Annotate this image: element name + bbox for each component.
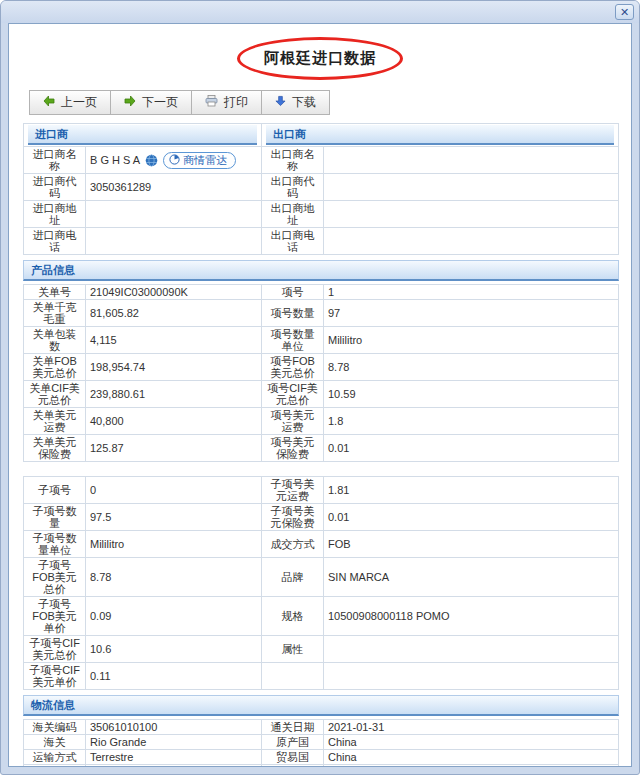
field-value: 198,954.74: [86, 354, 262, 381]
page-title: 阿根廷进口数据: [264, 49, 376, 66]
field-value: 0.01: [324, 435, 619, 462]
field-value: China: [324, 750, 619, 765]
product-table-subitem: 子项号 0 子项号美元运费 1.81 子项号数量 97.5 子项号美元保险费 0…: [23, 476, 619, 690]
field-value: 0.09: [86, 597, 262, 636]
field-value: 21049IC03000090K: [86, 285, 262, 300]
table-row: 进口商电话 出口商电话: [24, 228, 619, 255]
globe-icon[interactable]: [145, 154, 158, 167]
download-button[interactable]: 下载: [261, 90, 330, 115]
field-value: 2021-01-31: [324, 720, 619, 735]
field-value: Mililitro: [324, 327, 619, 354]
field-label: 出口商名称: [262, 147, 324, 174]
table-row: 关单美元保险费 125.87 项号美元保险费 0.01: [24, 435, 619, 462]
field-label: 关单千克毛重: [24, 300, 86, 327]
field-label: 关单美元保险费: [24, 435, 86, 462]
dialog-content: 阿根廷进口数据 上一页 下一页 打印 下载: [8, 23, 632, 767]
field-label: 项号CIF美元总价: [262, 381, 324, 408]
field-label: 项号美元运费: [262, 408, 324, 435]
table-row: 子项号CIF美元总价 10.6 属性: [24, 636, 619, 663]
field-label: [262, 663, 324, 690]
importer-section-header: 进口商: [28, 125, 257, 145]
close-icon: ✕: [620, 6, 629, 18]
field-value: 97.5: [86, 504, 262, 531]
field-value: Rio Grande: [86, 735, 262, 750]
field-value: 3050361289: [86, 174, 262, 201]
field-value: 239,880.61: [86, 381, 262, 408]
radar-button-label: 商情雷达: [183, 154, 227, 166]
field-value: FOB: [324, 531, 619, 558]
field-label: 出口商电话: [262, 228, 324, 255]
field-label: 关单FOB美元总价: [24, 354, 86, 381]
toolbar: 上一页 下一页 打印 下载: [29, 90, 617, 115]
field-value: 0.01: [324, 504, 619, 531]
dialog-window: ✕ 阿根廷进口数据 上一页 下一页 打印 下载: [0, 0, 640, 775]
logistics-section-header: 物流信息: [23, 695, 619, 716]
prev-page-button[interactable]: 上一页: [29, 90, 111, 115]
table-row: 海关 Rio Grande 原产国 China: [24, 735, 619, 750]
field-label: 启运港: [262, 765, 324, 768]
field-label: 项号美元保险费: [262, 435, 324, 462]
field-value: 97: [324, 300, 619, 327]
field-label: 子项号FOB美元单价: [24, 597, 86, 636]
field-label: 关单包装数: [24, 327, 86, 354]
field-value: 1.81: [324, 477, 619, 504]
field-label: 通关日期: [262, 720, 324, 735]
field-value: 10500908000118 POMO: [324, 597, 619, 636]
field-label: 属性: [262, 636, 324, 663]
field-value: Mililitro: [86, 531, 262, 558]
field-value: [324, 174, 619, 201]
field-label: 出口商地址: [262, 201, 324, 228]
arrow-down-icon: [275, 95, 286, 110]
field-label: 海关: [24, 735, 86, 750]
field-value: -: [324, 765, 619, 768]
field-value: 4,115: [86, 327, 262, 354]
field-label: 子项号CIF美元总价: [24, 636, 86, 663]
logistics-table: 海关编码 35061010100 通关日期 2021-01-31 海关 Rio …: [23, 719, 619, 767]
print-button[interactable]: 打印: [191, 90, 262, 115]
field-value: 1: [324, 285, 619, 300]
table-row: 关单千克毛重 81,605.82 项号数量 97: [24, 300, 619, 327]
field-label: 品牌: [262, 558, 324, 597]
printer-icon: [205, 95, 218, 110]
field-label: 关单美元运费: [24, 408, 86, 435]
field-value: Terrestre: [86, 750, 262, 765]
field-value: China: [324, 735, 619, 750]
arrow-left-icon: [43, 95, 55, 110]
field-label: 规格: [262, 597, 324, 636]
table-row: 进口商地址 出口商地址: [24, 201, 619, 228]
table-row: 子项号FOB美元总价 8.78 品牌 SIN MARCA: [24, 558, 619, 597]
field-label: 项号数量: [262, 300, 324, 327]
business-radar-button[interactable]: 商情雷达: [163, 152, 236, 169]
field-label: 项号: [262, 285, 324, 300]
field-value: Importacion a consumo: [86, 765, 262, 768]
field-label: 贸易方式: [24, 765, 86, 768]
next-page-label: 下一页: [142, 94, 178, 111]
table-row: 子项号数量 97.5 子项号美元保险费 0.01: [24, 504, 619, 531]
field-label: 进口商代码: [24, 174, 86, 201]
importer-name-value: B G H S A: [90, 154, 140, 166]
field-value: 8.78: [324, 354, 619, 381]
prev-page-label: 上一页: [61, 94, 97, 111]
product-section-header: 产品信息: [23, 260, 619, 281]
next-page-button[interactable]: 下一页: [110, 90, 192, 115]
field-label: 子项号美元运费: [262, 477, 324, 504]
field-label: 出口商代码: [262, 174, 324, 201]
field-value: 0.11: [86, 663, 262, 690]
field-label: 子项号FOB美元总价: [24, 558, 86, 597]
product-table-main: 关单号 21049IC03000090K 项号 1 关单千克毛重 81,605.…: [23, 284, 619, 462]
download-label: 下载: [292, 94, 316, 111]
arrow-right-icon: [124, 95, 136, 110]
field-value: 1.8: [324, 408, 619, 435]
field-label: 关单CIF美元总价: [24, 381, 86, 408]
importer-name-cell: B G H S A 商情雷达: [86, 147, 262, 174]
table-row: 贸易方式 Importacion a consumo 启运港 -: [24, 765, 619, 768]
table-row: 子项号 0 子项号美元运费 1.81: [24, 477, 619, 504]
field-label: 子项号数量单位: [24, 531, 86, 558]
field-value: 125.87: [86, 435, 262, 462]
red-ellipse-annotation: 阿根廷进口数据: [237, 37, 403, 80]
field-value: 8.78: [86, 558, 262, 597]
close-button[interactable]: ✕: [615, 4, 634, 20]
field-label: 海关编码: [24, 720, 86, 735]
table-row: 进口商名称 B G H S A 商情雷达 出口商名称: [24, 147, 619, 174]
table-row: 子项号FOB美元单价 0.09 规格 10500908000118 POMO: [24, 597, 619, 636]
